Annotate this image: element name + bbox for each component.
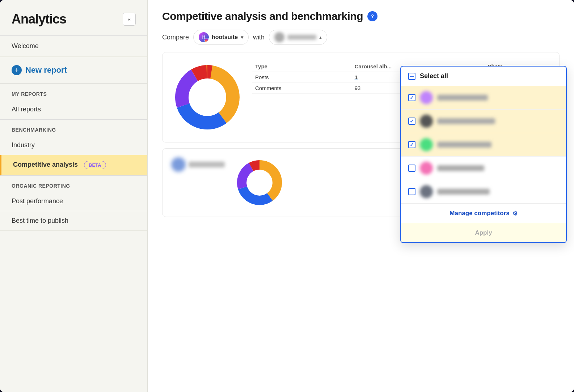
competitor-avatar bbox=[274, 32, 284, 42]
manage-label: Manage competitors bbox=[450, 210, 509, 217]
checkbox-4[interactable] bbox=[408, 165, 415, 172]
svg-point-9 bbox=[246, 170, 273, 196]
item-name-1 bbox=[437, 95, 488, 101]
select-all-label: Select all bbox=[420, 72, 448, 80]
account-avatar: H bbox=[199, 32, 209, 42]
item-name-4 bbox=[437, 165, 484, 171]
donut-chart-2-partial bbox=[231, 157, 288, 208]
dropdown-item-3[interactable]: ✓ bbox=[401, 133, 566, 157]
gear-icon: ⚙ bbox=[512, 210, 518, 217]
posts-label: Posts bbox=[252, 72, 352, 83]
checkbox-5[interactable] bbox=[408, 188, 415, 195]
sidebar-item-industry[interactable]: Industry bbox=[0, 136, 147, 155]
compare-row: Compare H hootsuite ▾ with ▴ bbox=[148, 30, 574, 52]
competitor-dropdown: Select all ✓ ✓ bbox=[400, 66, 567, 243]
donut-svg-2 bbox=[231, 157, 288, 208]
item-avatar-4 bbox=[420, 162, 433, 175]
sidebar-item-best-time[interactable]: Best time to publish bbox=[0, 211, 147, 231]
compare-label: Compare bbox=[162, 34, 189, 41]
blurred-avatar-2 bbox=[171, 157, 186, 172]
app-container: Analytics « Welcome + New report MY REPO… bbox=[0, 0, 574, 392]
my-reports-section-label: MY REPORTS bbox=[0, 84, 147, 100]
sidebar-item-post-performance[interactable]: Post performance bbox=[0, 192, 147, 211]
item-name-3 bbox=[437, 142, 491, 148]
account-name: hootsuite bbox=[212, 34, 238, 41]
dropdown-item-2[interactable]: ✓ bbox=[401, 110, 566, 133]
item-avatar-2 bbox=[420, 115, 433, 128]
with-label: with bbox=[253, 34, 265, 41]
comments-label: Comments bbox=[252, 83, 352, 94]
sidebar-item-all-reports[interactable]: All reports bbox=[0, 100, 147, 119]
beta-badge: BETA bbox=[84, 161, 106, 169]
item-avatar-1 bbox=[420, 91, 433, 104]
svg-point-4 bbox=[189, 78, 226, 116]
apply-row[interactable]: Apply bbox=[401, 223, 566, 242]
account-selector[interactable]: H hootsuite ▾ bbox=[193, 30, 249, 45]
checkbox-2[interactable]: ✓ bbox=[408, 118, 415, 125]
item-name-5 bbox=[437, 189, 490, 195]
sidebar-title-row: Analytics « bbox=[0, 0, 147, 35]
minus-icon bbox=[410, 76, 414, 77]
collapse-button[interactable]: « bbox=[123, 13, 136, 26]
new-report-button[interactable]: + New report bbox=[0, 57, 147, 84]
donut-chart-1 bbox=[171, 61, 244, 133]
organic-reporting-section-label: ORGANIC REPORTING bbox=[0, 176, 147, 192]
main-header: Competitive analysis and benchmarking ? bbox=[148, 0, 574, 30]
posts-carousel-number: 1 bbox=[355, 74, 358, 80]
dropdown-item-4[interactable] bbox=[401, 157, 566, 180]
apply-button[interactable]: Apply bbox=[475, 229, 492, 236]
checkmark-1: ✓ bbox=[410, 95, 414, 101]
new-report-icon: + bbox=[12, 65, 22, 75]
type-col-header: Type bbox=[252, 61, 352, 72]
select-all-checkbox[interactable] bbox=[408, 73, 415, 80]
checkmark-2: ✓ bbox=[410, 118, 414, 124]
donut-svg-1 bbox=[171, 61, 244, 133]
item-avatar-5 bbox=[420, 185, 433, 198]
checkbox-3[interactable]: ✓ bbox=[408, 141, 415, 148]
main-content: Competitive analysis and benchmarking ? … bbox=[148, 0, 574, 392]
select-all-row[interactable]: Select all bbox=[401, 67, 566, 86]
sidebar-title: Analytics bbox=[12, 12, 66, 27]
competitor-selector[interactable]: ▴ bbox=[269, 30, 327, 45]
manage-competitors-link[interactable]: Manage competitors ⚙ bbox=[408, 210, 559, 217]
blurred-account-2 bbox=[171, 157, 225, 172]
sidebar-item-welcome[interactable]: Welcome bbox=[0, 36, 147, 57]
item-name-2 bbox=[437, 118, 495, 124]
checkbox-1[interactable]: ✓ bbox=[408, 94, 415, 101]
checkmark-3: ✓ bbox=[410, 142, 414, 148]
benchmarking-section-label: BENCHMARKING bbox=[0, 120, 147, 136]
blurred-name-2 bbox=[189, 162, 225, 167]
manage-competitors-row[interactable]: Manage competitors ⚙ bbox=[401, 204, 566, 223]
competitor-name-blurred bbox=[287, 35, 316, 40]
chevron-down-icon: ▾ bbox=[241, 34, 243, 40]
sidebar: Analytics « Welcome + New report MY REPO… bbox=[0, 0, 148, 392]
sidebar-item-competitive-analysis[interactable]: Competitive analysis BETA bbox=[0, 155, 147, 175]
page-title: Competitive analysis and benchmarking bbox=[162, 10, 363, 22]
dropdown-item-1[interactable]: ✓ bbox=[401, 86, 566, 110]
item-avatar-3 bbox=[420, 138, 433, 151]
dropdown-item-5[interactable] bbox=[401, 180, 566, 204]
chevron-up-icon: ▴ bbox=[319, 34, 322, 40]
help-icon[interactable]: ? bbox=[367, 11, 377, 21]
